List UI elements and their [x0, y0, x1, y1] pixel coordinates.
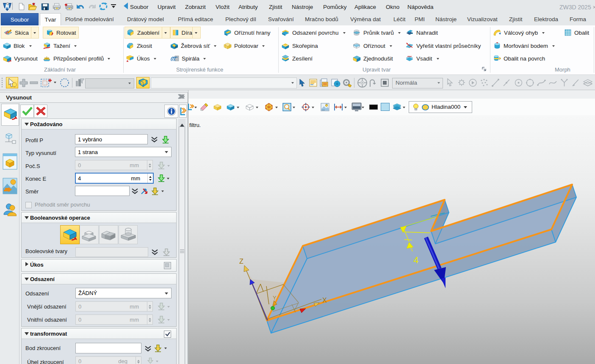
- svg-text:4: 4: [413, 255, 418, 265]
- svg-text:Z: Z: [239, 258, 244, 265]
- svg-text:X: X: [322, 297, 327, 304]
- svg-text:Y: Y: [273, 295, 277, 301]
